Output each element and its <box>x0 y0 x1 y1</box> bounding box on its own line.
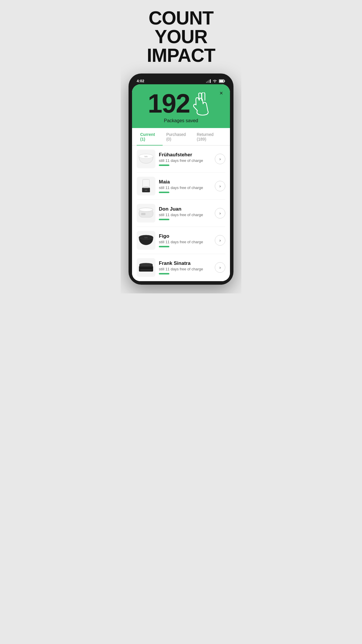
page-wrapper: COUNT YOUR IMPACT 4:02 <box>121 0 241 293</box>
svg-rect-6 <box>224 80 225 82</box>
item-arrow-button[interactable]: › <box>215 262 225 273</box>
phone-screen: × 192 Package <box>132 84 230 281</box>
item-name: Maia <box>159 179 211 185</box>
item-arrow-button[interactable]: › <box>215 181 225 191</box>
item-arrow-button[interactable]: › <box>215 235 225 246</box>
list-item: lulù Maia still 11 days free of charge › <box>137 173 225 200</box>
status-bar: 4:02 <box>132 77 230 84</box>
item-arrow-button[interactable]: › <box>215 154 225 164</box>
headline-line2: YOUR IMPACT <box>125 27 237 65</box>
headline-line1: COUNT <box>125 9 237 27</box>
item-name: Figo <box>159 233 211 239</box>
item-progress <box>159 273 169 274</box>
list-item: lulù Figo still 11 days free of charge › <box>137 227 225 254</box>
item-image-donjuan <box>137 204 155 223</box>
item-arrow-button[interactable]: › <box>215 208 225 218</box>
svg-rect-1 <box>208 81 208 83</box>
svg-text:lulù: lulù <box>145 155 148 158</box>
svg-point-4 <box>215 82 215 82</box>
svg-rect-23 <box>139 266 153 272</box>
count-number: 192 <box>148 90 190 117</box>
item-name: Don Juan <box>159 206 211 212</box>
item-subtitle: still 11 days free of charge <box>159 240 211 244</box>
wifi-icon <box>212 79 217 83</box>
tab-returned[interactable]: Returned (189) <box>193 128 225 146</box>
item-subtitle: still 11 days free of charge <box>159 267 211 271</box>
app-header: × 192 Package <box>132 84 230 128</box>
battery-icon <box>219 79 225 83</box>
tabs-bar: Current (1) Purchased (0) Returned (189) <box>132 128 230 146</box>
count-display: 192 <box>138 90 224 117</box>
list-item: lulù Frühaufsteher still 11 days free of… <box>137 146 225 173</box>
svg-rect-0 <box>206 82 207 83</box>
item-progress <box>159 164 169 166</box>
status-icons <box>206 79 225 83</box>
item-image-franksinatra <box>137 258 155 277</box>
svg-rect-3 <box>210 79 211 83</box>
svg-point-18 <box>140 208 152 211</box>
item-info-maia: Maia still 11 days free of charge <box>159 179 211 193</box>
item-subtitle: still 11 days free of charge <box>159 158 211 163</box>
item-subtitle: still 11 days free of charge <box>159 186 211 190</box>
item-info-donjuan: Don Juan still 11 days free of charge <box>159 206 211 220</box>
tab-current[interactable]: Current (1) <box>137 128 163 146</box>
svg-rect-26 <box>140 270 152 271</box>
svg-point-25 <box>140 263 153 266</box>
item-image-fruhaufsteher: lulù <box>137 150 155 168</box>
headline: COUNT YOUR IMPACT <box>125 9 237 65</box>
item-image-figo: lulù <box>137 231 155 250</box>
item-image-maia: lulù <box>137 177 155 195</box>
svg-text:lulù: lulù <box>145 189 147 191</box>
list-item: Frank Sinatra still 11 days free of char… <box>137 254 225 281</box>
svg-rect-2 <box>209 80 210 83</box>
items-list: lulù Frühaufsteher still 11 days free of… <box>132 146 230 281</box>
peace-sign-icon <box>191 92 214 117</box>
item-name: Frühaufsteher <box>159 152 211 158</box>
item-info-fruhaufsteher: Frühaufsteher still 11 days free of char… <box>159 152 211 166</box>
packages-label: Packages saved <box>138 118 224 123</box>
svg-text:lulù: lulù <box>145 237 148 239</box>
phone-frame: 4:02 <box>129 74 233 285</box>
item-info-figo: Figo still 11 days free of charge <box>159 233 211 247</box>
item-subtitle: still 11 days free of charge <box>159 213 211 217</box>
status-time: 4:02 <box>137 79 144 83</box>
item-name: Frank Sinatra <box>159 260 211 266</box>
item-progress <box>159 219 169 220</box>
item-progress <box>159 192 169 193</box>
tab-purchased[interactable]: Purchased (0) <box>163 128 193 146</box>
list-item: Don Juan still 11 days free of charge › <box>137 200 225 227</box>
svg-rect-7 <box>219 80 224 82</box>
svg-rect-15 <box>143 187 149 188</box>
signal-icon <box>206 79 211 83</box>
item-progress <box>159 246 169 247</box>
close-button[interactable]: × <box>217 89 225 97</box>
svg-rect-19 <box>141 213 145 215</box>
item-info-franksinatra: Frank Sinatra still 11 days free of char… <box>159 260 211 274</box>
